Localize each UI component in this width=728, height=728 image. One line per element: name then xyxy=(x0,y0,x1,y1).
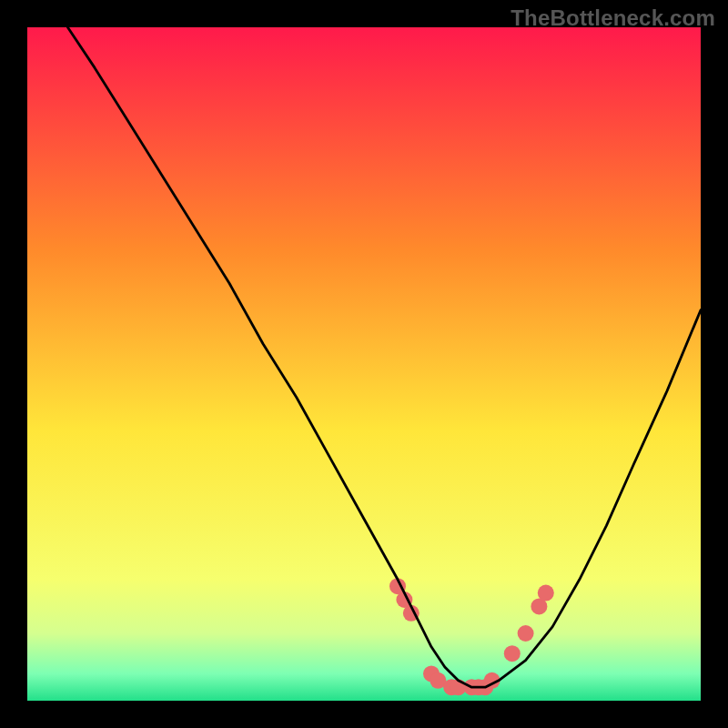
gradient-background xyxy=(27,27,701,701)
marker-point xyxy=(518,625,534,642)
marker-point xyxy=(504,645,521,662)
plot-frame xyxy=(27,27,701,701)
watermark-text: TheBottleneck.com xyxy=(511,5,715,31)
marker-point xyxy=(538,585,554,602)
bottleneck-plot xyxy=(27,27,701,701)
